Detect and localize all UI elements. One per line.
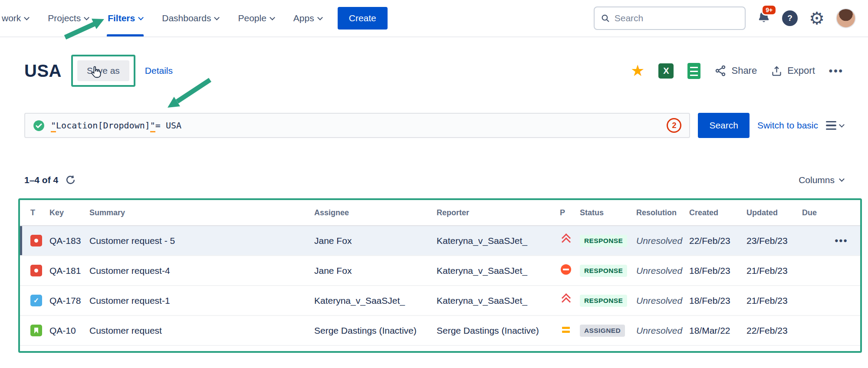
col-header-type[interactable]: T [30, 208, 49, 217]
refresh-icon [65, 174, 76, 185]
chevron-down-icon [214, 15, 220, 20]
resolution-value: Unresolved [636, 266, 689, 276]
global-search[interactable] [594, 7, 746, 30]
updated-date: 23/Feb/23 [746, 236, 802, 246]
reporter-name: Kateryna_v_SaaSJet_ [437, 236, 560, 246]
columns-dropdown[interactable]: Columns [799, 175, 844, 185]
page-title: USA [24, 61, 62, 81]
col-header-created[interactable]: Created [689, 208, 746, 217]
results-count: 1–4 of 4 [24, 175, 58, 185]
chevron-down-icon [84, 15, 89, 20]
chevron-down-icon [270, 15, 275, 20]
bug-type-icon [30, 265, 42, 276]
nav-item-label: Filters [108, 13, 135, 23]
created-date: 18/Feb/23 [689, 266, 746, 276]
issue-summary[interactable]: Customer request - 5 [89, 236, 314, 246]
top-navigation: work Projects Filters Dashboards People … [0, 0, 868, 37]
col-header-key[interactable]: Key [49, 208, 89, 217]
resolution-value: Unresolved [636, 236, 689, 246]
jql-search-button[interactable]: Search [698, 113, 750, 138]
nav-item-label: Projects [48, 13, 81, 23]
switch-to-basic-link[interactable]: Switch to basic [757, 120, 818, 131]
jql-operator-value: = USA [155, 120, 181, 131]
notification-badge: 9+ [761, 4, 777, 16]
jql-field: Location[Dropdown] [56, 120, 150, 131]
col-header-assignee[interactable]: Assignee [314, 208, 437, 217]
assignee-name: Jane Fox [314, 236, 437, 246]
help-button[interactable]: ? [782, 10, 798, 26]
search-input[interactable] [615, 13, 739, 23]
notifications-button[interactable]: 9+ [757, 10, 771, 26]
chevron-down-icon [138, 15, 144, 20]
nav-right-cluster: 9+ ? ⚙ [594, 7, 856, 30]
create-button[interactable]: Create [338, 7, 388, 30]
updated-date: 22/Feb/23 [746, 325, 802, 336]
chevron-down-icon [317, 15, 323, 20]
annotation-box-table: T Key Summary Assignee Reporter P Status… [18, 198, 862, 353]
status-badge: ASSIGNED [580, 325, 625, 337]
share-label: Share [731, 65, 757, 76]
created-date: 22/Feb/23 [689, 236, 746, 246]
updated-date: 21/Feb/23 [746, 266, 802, 276]
nav-item-people[interactable]: People [228, 0, 283, 36]
nav-item-dashboards[interactable]: Dashboards [152, 0, 228, 36]
favorite-star-icon[interactable]: ★ [631, 63, 644, 79]
assignee-name: Serge Dastings (Inactive) [314, 325, 437, 336]
table-row[interactable]: QA-178 Customer request-1 Kateryna_v_Saa… [20, 286, 860, 316]
jql-search-row: "Location[Dropdown]"= USA 2 Search Switc… [24, 113, 844, 138]
row-actions-icon[interactable]: ••• [835, 235, 848, 246]
nav-item-work[interactable]: work [0, 0, 38, 36]
jql-input[interactable]: "Location[Dropdown]"= USA 2 [24, 113, 690, 138]
status-badge: RESPONSE [580, 295, 627, 307]
priority-medium-icon [560, 323, 572, 335]
issue-summary[interactable]: Customer request [89, 325, 314, 336]
details-link[interactable]: Details [145, 66, 173, 76]
col-header-priority[interactable]: P [560, 208, 580, 217]
issue-key[interactable]: QA-178 [49, 296, 89, 306]
col-header-summary[interactable]: Summary [89, 208, 314, 217]
status-badge: RESPONSE [580, 265, 627, 277]
nav-item-label: People [238, 13, 266, 23]
export-button[interactable]: Export [771, 65, 815, 77]
nav-item-apps[interactable]: Apps [284, 0, 332, 36]
priority-blocker-icon [560, 263, 572, 276]
share-button[interactable]: Share [714, 65, 757, 77]
table-row[interactable]: QA-181 Customer request-4 Jane Fox Kater… [20, 256, 860, 286]
issue-key[interactable]: QA-181 [49, 266, 89, 276]
annotation-box-save-as: Save as [71, 55, 135, 87]
updated-date: 21/Feb/23 [746, 296, 802, 306]
col-header-status[interactable]: Status [580, 208, 636, 217]
chevron-down-icon [839, 122, 845, 128]
col-header-due[interactable]: Due [802, 208, 850, 217]
refresh-button[interactable] [65, 174, 76, 185]
issue-summary[interactable]: Customer request-4 [89, 266, 314, 276]
jql-error-count-badge[interactable]: 2 [667, 118, 681, 133]
table-header-row: T Key Summary Assignee Reporter P Status… [20, 200, 860, 226]
col-header-updated[interactable]: Updated [746, 208, 802, 217]
nav-item-filters[interactable]: Filters [98, 0, 152, 36]
table-row[interactable]: QA-10 Customer request Serge Dastings (I… [20, 316, 860, 346]
col-header-reporter[interactable]: Reporter [437, 208, 560, 217]
results-count-group: 1–4 of 4 [24, 174, 76, 185]
export-excel-icon[interactable]: X [658, 63, 674, 79]
filter-header: USA Save as Details ★ X Share Export ••• [24, 52, 844, 89]
resolution-value: Unresolved [636, 296, 689, 306]
issue-key[interactable]: QA-183 [49, 236, 89, 246]
nav-item-label: Apps [293, 13, 314, 23]
filter-options-menu[interactable] [826, 121, 844, 130]
settings-button[interactable]: ⚙ [809, 10, 825, 27]
more-actions-icon[interactable]: ••• [829, 65, 844, 77]
export-google-sheets-icon[interactable] [687, 63, 700, 79]
task-type-icon [30, 295, 42, 306]
table-row[interactable]: QA-183 Customer request - 5 Jane Fox Kat… [20, 226, 860, 256]
issue-summary[interactable]: Customer request-1 [89, 296, 314, 306]
bug-type-icon [30, 235, 42, 246]
user-avatar[interactable] [836, 8, 856, 28]
results-bar: 1–4 of 4 Columns [24, 174, 844, 185]
header-actions: ★ X Share Export ••• [631, 63, 844, 79]
col-header-resolution[interactable]: Resolution [636, 208, 689, 217]
issue-key[interactable]: QA-10 [49, 325, 89, 336]
save-as-button[interactable]: Save as [77, 60, 129, 81]
nav-item-projects[interactable]: Projects [38, 0, 98, 36]
search-icon [601, 13, 610, 23]
